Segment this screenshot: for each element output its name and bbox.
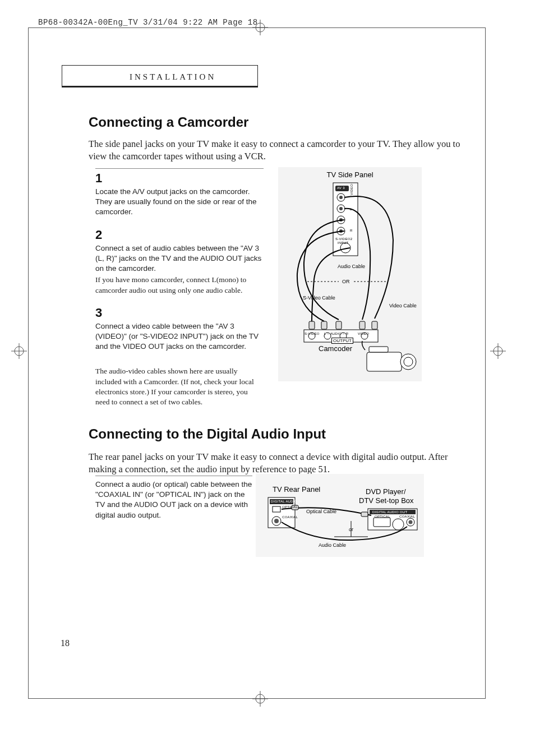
step-2: 2 Connect a set of audio cables between …	[95, 228, 264, 296]
diagram-label-optical-cable: Optical Cable	[306, 509, 336, 514]
svg-point-43	[274, 519, 279, 523]
svg-rect-26	[359, 321, 365, 329]
svg-point-20	[337, 227, 345, 235]
svg-rect-27	[372, 321, 377, 329]
document-header-meta: BP68-00342A-00Eng_TV 3/31/04 9:22 AM Pag…	[38, 18, 258, 27]
diagram-label-coaxial2: COAXIAL	[399, 515, 415, 518]
svg-point-6	[15, 347, 24, 356]
svg-rect-25	[336, 321, 342, 329]
step-body: Connect a set of audio cables between th…	[95, 243, 264, 274]
heading-connecting-camcorder: Connecting a Camcorder	[89, 114, 248, 130]
step-note: If you have mono camcorder, connect L(mo…	[95, 275, 264, 295]
diagram-label-r: R	[350, 229, 353, 232]
diagram-label-digital-audio-in: DIGITAL AUDIO IN	[271, 500, 302, 503]
diagram-tv-rear-panel: TV Rear Panel DVD Player/ DTV Set-top Bo…	[256, 474, 424, 557]
svg-rect-46	[373, 518, 390, 527]
diagram-label-video-cable: Video Cable	[389, 303, 417, 308]
diagram-label-svideo: S-VIDEO	[305, 332, 320, 335]
diagram-label-audio-cable: Audio Cable	[338, 264, 365, 269]
diagram-label-dvd: DVD Player/	[366, 487, 406, 496]
svg-point-34	[400, 354, 416, 370]
steps-column: Connect a audio (or optical) cable betwe…	[95, 476, 252, 520]
section-tab-installation: INSTALLATION	[62, 65, 258, 87]
svg-rect-41	[273, 506, 280, 512]
diagram-label-optical2: OPTICAL	[375, 515, 390, 518]
svg-point-15	[339, 196, 343, 199]
svg-point-3	[256, 694, 265, 703]
diagram-label-optical: OPTICAL	[282, 505, 298, 509]
step-number: 2	[95, 228, 264, 242]
svg-rect-50	[361, 512, 368, 517]
diagram-label-av3: AV 3	[337, 186, 345, 190]
step-body: Connect a video cable between the "AV 3 …	[95, 321, 264, 352]
diagram-title: TV Side Panel	[326, 170, 373, 179]
svg-point-16	[337, 205, 345, 213]
svg-point-9	[494, 347, 502, 356]
diagram-label-coaxial: COAXIAL	[282, 515, 298, 519]
diagram-label-or: or	[349, 527, 353, 532]
crop-mark	[28, 27, 29, 698]
registration-mark-icon	[11, 343, 27, 359]
diagram-label-l-audio-r: L – AUDIO – R	[324, 332, 348, 335]
diagram-label-input: INPUT	[338, 241, 349, 245]
crop-mark	[485, 27, 486, 698]
diagram-label-settop: DTV Set-top Box	[359, 496, 414, 505]
step-3: 3 Connect a video cable between the "AV …	[95, 306, 264, 352]
diagram-tv-side-panel: TV Side Panel	[278, 167, 422, 381]
svg-point-18	[337, 216, 345, 224]
diagram-label-svideo2: S-VIDEO2	[335, 237, 352, 241]
steps-column: 1 Locate the A/V output jacks on the cam…	[95, 168, 264, 407]
diagram-label-audio-cable: Audio Cable	[319, 542, 346, 548]
diagram-label-camcorder: Camcoder	[319, 344, 352, 353]
registration-mark-icon	[252, 691, 268, 707]
svg-rect-36	[369, 347, 388, 352]
diagram-label-digital-audio-out: DIGITAL AUDIO OUT	[372, 510, 407, 514]
svg-rect-33	[367, 352, 402, 371]
diagram-label-l: L	[350, 208, 352, 211]
svg-point-19	[339, 218, 343, 222]
svg-point-21	[339, 229, 343, 233]
step-1: 1 Locate the A/V output jacks on the cam…	[95, 171, 264, 218]
intro-text: The side panel jacks on your TV make it …	[89, 138, 476, 163]
svg-point-42	[272, 517, 281, 525]
svg-point-35	[404, 357, 413, 366]
diagram-label-video: VIDEO	[358, 332, 369, 335]
heading-digital-audio: Connecting to the Digital Audio Input	[89, 426, 326, 442]
step-number: 3	[95, 306, 264, 320]
svg-rect-23	[309, 321, 315, 329]
svg-rect-24	[321, 321, 327, 329]
svg-point-47	[407, 518, 414, 526]
step-body: Locate the A/V output jacks on the camco…	[95, 187, 264, 218]
diagram-label-rear-panel: TV Rear Panel	[273, 485, 320, 494]
svg-point-17	[339, 207, 343, 210]
svg-rect-12	[333, 183, 358, 256]
diagram-label-or: OR	[342, 279, 350, 284]
footnote: The audio-video cables shown here are us…	[95, 366, 264, 407]
page-number: 18	[61, 638, 70, 648]
registration-mark-icon	[490, 343, 506, 359]
diagram-label-svideo-cable: S-Video Cable	[303, 295, 335, 301]
diagram-label-video: VIDEO	[350, 184, 353, 195]
intro-text: The rear panel jacks on your TV make it …	[89, 451, 476, 476]
step-body: Connect a audio (or optical) cable betwe…	[95, 480, 252, 520]
diagram-label-output: OUTPUT	[331, 338, 353, 344]
svg-point-48	[409, 520, 413, 524]
svg-point-14	[337, 193, 345, 201]
step-number: 1	[95, 171, 264, 186]
manual-page: BP68-00342A-00Eng_TV 3/31/04 9:22 AM Pag…	[0, 0, 535, 756]
